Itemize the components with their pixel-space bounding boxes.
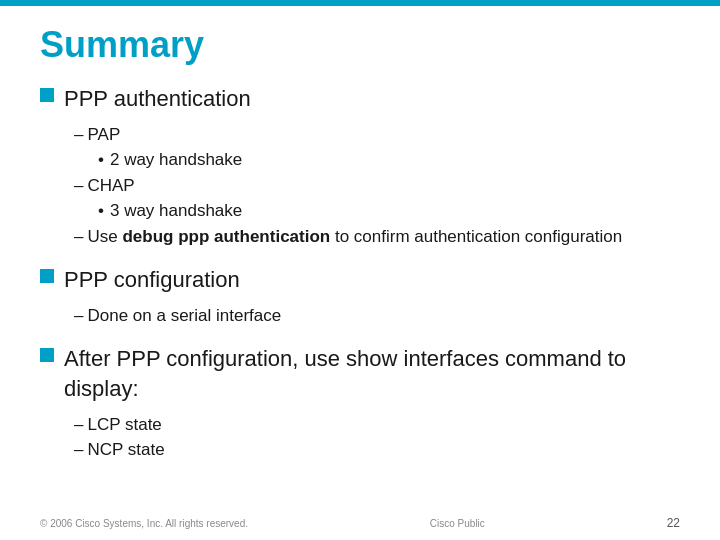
dash-icon: – [74, 122, 83, 148]
sub-item-lcp: – LCP state [74, 412, 680, 438]
debug-suffix: to confirm authentication configuration [330, 227, 622, 246]
bullet-square-icon [40, 269, 54, 283]
pap-label: PAP [87, 122, 120, 148]
sub-item-debug: – Use debug ppp authentication to confir… [74, 224, 680, 250]
dash-icon: – [74, 224, 83, 250]
dot-icon: • [98, 147, 104, 173]
dash-icon: – [74, 173, 83, 199]
ppp-config-subitems: – Done on a serial interface [74, 303, 680, 329]
bullet-square-icon [40, 88, 54, 102]
ppp-auth-label: PPP authentication [64, 84, 251, 114]
ppp-auth-subitems: – PAP • 2 way handshake – CHAP • 3 way h… [74, 122, 680, 250]
dash-icon: – [74, 437, 83, 463]
footer-copyright: © 2006 Cisco Systems, Inc. All rights re… [40, 518, 248, 529]
lcp-label: LCP state [87, 412, 161, 438]
dot-icon: • [98, 198, 104, 224]
section-after-ppp: After PPP configuration, use show interf… [40, 344, 680, 462]
footer-classification: Cisco Public [430, 518, 485, 529]
footer-page-number: 22 [667, 516, 680, 530]
dash-icon: – [74, 412, 83, 438]
ppp-config-label: PPP configuration [64, 265, 240, 295]
chap-label: CHAP [87, 173, 134, 199]
sub-sub-pap: • 2 way handshake [98, 147, 680, 173]
after-ppp-label: After PPP configuration, use show interf… [64, 344, 680, 403]
after-ppp-subitems: – LCP state – NCP state [74, 412, 680, 463]
sub-item-pap: – PAP • 2 way handshake [74, 122, 680, 173]
pap-child-label: 2 way handshake [110, 147, 242, 173]
sub-item-chap: – CHAP • 3 way handshake [74, 173, 680, 224]
dash-icon: – [74, 303, 83, 329]
bullet-square-icon [40, 348, 54, 362]
bullet-ppp-auth: PPP authentication [40, 84, 680, 114]
chap-child-label: 3 way handshake [110, 198, 242, 224]
debug-bold: debug ppp authentication [122, 227, 330, 246]
serial-label: Done on a serial interface [87, 303, 281, 329]
debug-prefix: Use [87, 227, 122, 246]
section-ppp-config: PPP configuration – Done on a serial int… [40, 265, 680, 328]
bullet-after-ppp: After PPP configuration, use show interf… [40, 344, 680, 403]
ncp-label: NCP state [87, 437, 164, 463]
footer: © 2006 Cisco Systems, Inc. All rights re… [0, 516, 720, 530]
main-content: Summary PPP authentication – PAP • 2 way… [0, 6, 720, 489]
bullet-ppp-config: PPP configuration [40, 265, 680, 295]
section-ppp-auth: PPP authentication – PAP • 2 way handsha… [40, 84, 680, 249]
sub-item-ncp: – NCP state [74, 437, 680, 463]
sub-sub-chap: • 3 way handshake [98, 198, 680, 224]
debug-text: Use debug ppp authentication to confirm … [87, 224, 622, 250]
sub-item-serial: – Done on a serial interface [74, 303, 680, 329]
page-title: Summary [40, 24, 680, 66]
